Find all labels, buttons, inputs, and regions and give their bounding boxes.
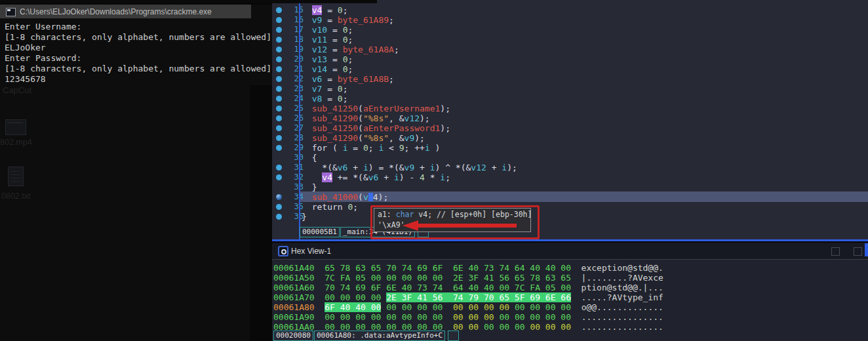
code-line-21[interactable]: 21 v14 = 0; — [272, 64, 868, 74]
breakpoint-icon[interactable] — [276, 86, 282, 92]
hex-view-titlebar[interactable]: Hex View-1 — [272, 243, 868, 259]
code-line-29[interactable]: 29 for ( i = 0; i < 9; ++i ) — [272, 143, 868, 153]
code-line-27[interactable]: 27 sub_41250(aEnterPassword1); — [272, 123, 868, 133]
tooltip-value: '\xA9' — [378, 220, 405, 230]
line-number: 21 — [283, 64, 304, 74]
breakpoint-icon[interactable] — [276, 165, 282, 170]
code-line-19[interactable]: 19 v12 = byte_61A8A; — [272, 45, 868, 54]
code-line-24[interactable]: 24 v8 = 0; — [272, 94, 868, 104]
code-text[interactable]: sub_41250(aEnterPassword1); — [302, 123, 450, 133]
line-number: 16 — [283, 15, 304, 25]
line-number: 19 — [283, 45, 304, 54]
code-line-17[interactable]: 17 v10 = 0; — [272, 25, 868, 35]
code-line-16[interactable]: 16 v9 = byte_61A89; — [272, 15, 868, 25]
hex-status-address: 00061A80: .data:aAvtypeInfo+C — [314, 331, 445, 341]
hex-status-small-box — [448, 331, 459, 341]
hex-row-00061A40[interactable]: 00061A40 65 78 63 65 70 74 69 6F 6E 40 7… — [273, 263, 663, 273]
window-top-edge — [0, 0, 377, 3]
hex-view-panel[interactable]: Hex View-1 00061A40 65 78 63 65 70 74 69… — [272, 243, 868, 341]
console-line: Enter Username: — [5, 22, 81, 32]
code-text[interactable]: return 0; — [302, 202, 358, 212]
code-line-22[interactable]: 22 v6 = byte_61A8B; — [272, 74, 868, 84]
code-text[interactable]: sub_41250(aEnterUsername1); — [302, 104, 450, 113]
code-text[interactable]: v4 = 0; — [302, 5, 347, 15]
breakpoint-icon[interactable] — [276, 135, 282, 141]
breakpoint-icon[interactable] — [276, 174, 282, 180]
line-number: 31 — [283, 163, 304, 172]
close-icon[interactable] — [854, 247, 862, 256]
breakpoint-icon[interactable] — [276, 194, 282, 200]
code-text[interactable]: sub_41000(v4); — [302, 192, 388, 202]
breakpoint-icon[interactable] — [276, 145, 282, 151]
console-line: [1-8 characters, only alphabet, numbers … — [5, 64, 271, 74]
desktop-edge — [250, 85, 272, 341]
hex-row-00061A80[interactable]: 00061A80 6F 40 40 00 00 00 00 00 00 00 0… — [273, 302, 663, 312]
breakpoint-icon[interactable] — [276, 204, 282, 210]
line-number: 25 — [283, 104, 304, 113]
breakpoint-icon[interactable] — [276, 47, 282, 52]
code-text[interactable]: v8 = 0; — [302, 94, 347, 104]
line-number: 29 — [283, 143, 304, 153]
breakpoint-icon[interactable] — [276, 66, 282, 72]
hex-address: 00061A70 — [273, 292, 325, 302]
text-file-icon — [8, 167, 24, 186]
maximize-icon[interactable] — [831, 247, 840, 256]
code-text[interactable]: v6 = byte_61A8B; — [302, 74, 394, 84]
code-text[interactable]: v11 = 0; — [302, 35, 353, 45]
code-line-30[interactable]: 30 { — [272, 153, 868, 163]
code-line-25[interactable]: 25 sub_41250(aEnterUsername1); — [272, 104, 868, 113]
code-line-32[interactable]: 32 v4 += *(&v6 + i) - 4 * i; — [272, 172, 868, 182]
hex-row-00061A60[interactable]: 00061A60 70 74 69 6F 6E 40 73 74 64 40 4… — [273, 283, 663, 292]
breakpoint-icon[interactable] — [276, 96, 282, 102]
code-line-15[interactable]: 15 v4 = 0; — [272, 5, 868, 15]
breakpoint-icon[interactable] — [276, 37, 282, 43]
breakpoint-icon[interactable] — [276, 76, 282, 82]
gutter-separator — [299, 0, 300, 239]
ida-pseudocode-panel[interactable]: 1415 v4 = 0;16 v9 = byte_61A89;17 v10 = … — [272, 0, 868, 241]
line-number: 18 — [283, 35, 304, 45]
code-line-28[interactable]: 28 sub_41290("%8s", &v9); — [272, 133, 868, 143]
code-text[interactable]: } — [302, 182, 317, 192]
console-window: CapCut 802.mp4 0802.txt C:\Users\ELJoOke… — [0, 5, 272, 341]
hex-address: 00061A40 — [273, 263, 325, 273]
code-text[interactable]: *(&v6 + i) = *(&v9 + i) ^ *(&v12 + i); — [302, 163, 517, 172]
code-text[interactable]: v13 = 0; — [302, 54, 353, 64]
code-text[interactable]: { — [302, 153, 317, 163]
hex-ascii: ption@std@@.|... — [571, 283, 663, 292]
desktop-icon-capcut-label: CapCut — [3, 85, 31, 95]
code-line-26[interactable]: 26 sub_41290("%8s", &v12); — [272, 113, 868, 123]
code-line-23[interactable]: 23 v7 = 0; — [272, 84, 868, 94]
code-line-31[interactable]: 31 *(&v6 + i) = *(&v9 + i) ^ *(&v12 + i)… — [272, 163, 868, 172]
code-line-34[interactable]: 34 sub_41000(v4); — [272, 192, 868, 202]
line-number: 26 — [283, 113, 304, 123]
code-text[interactable]: } — [302, 212, 307, 222]
code-text[interactable]: for ( i = 0; i < 9; ++i ) — [302, 143, 440, 153]
breakpoint-icon[interactable] — [276, 56, 282, 62]
hex-address-current: 00061A80 — [273, 302, 325, 312]
code-text[interactable]: v12 = byte_61A8A; — [302, 45, 399, 54]
console-titlebar[interactable]: C:\Users\ELJoOker\Downloads\Programs\cra… — [0, 5, 251, 18]
code-text[interactable]: v9 = byte_61A89; — [302, 15, 394, 25]
breakpoint-icon[interactable] — [276, 214, 282, 220]
code-text[interactable]: sub_41290("%8s", &v12); — [302, 113, 430, 123]
hex-row-00061A50[interactable]: 00061A50 7C FA 05 00 00 00 00 00 2E 3F 4… — [273, 273, 663, 283]
breakpoint-icon[interactable] — [276, 27, 282, 33]
line-number: 15 — [283, 5, 304, 15]
breakpoint-icon[interactable] — [276, 106, 282, 111]
code-line-35[interactable]: 35 return 0; — [272, 202, 868, 212]
code-text[interactable]: sub_41290("%8s", &v9); — [302, 133, 425, 143]
code-line-20[interactable]: 20 v13 = 0; — [272, 54, 868, 64]
breakpoint-icon[interactable] — [276, 125, 282, 131]
code-text[interactable]: v4 += *(&v6 + i) - 4 * i; — [302, 172, 450, 182]
code-line-18[interactable]: 18 v11 = 0; — [272, 35, 868, 45]
code-text[interactable]: v14 = 0; — [302, 64, 353, 74]
code-text[interactable]: v10 = 0; — [302, 25, 353, 35]
code-text[interactable]: v7 = 0; — [302, 84, 347, 94]
code-line-36[interactable]: 36} — [272, 212, 868, 222]
breakpoint-icon[interactable] — [276, 115, 282, 121]
hex-row-00061A90[interactable]: 00061A90 00 00 00 00 00 00 00 00 00 00 0… — [273, 312, 663, 322]
hex-row-00061A70[interactable]: 00061A70 00 00 00 00 2E 3F 41 56 74 79 7… — [273, 292, 663, 302]
code-line-33[interactable]: 33 } — [272, 182, 868, 192]
breakpoint-icon[interactable] — [276, 17, 282, 23]
breakpoint-icon[interactable] — [276, 7, 282, 13]
